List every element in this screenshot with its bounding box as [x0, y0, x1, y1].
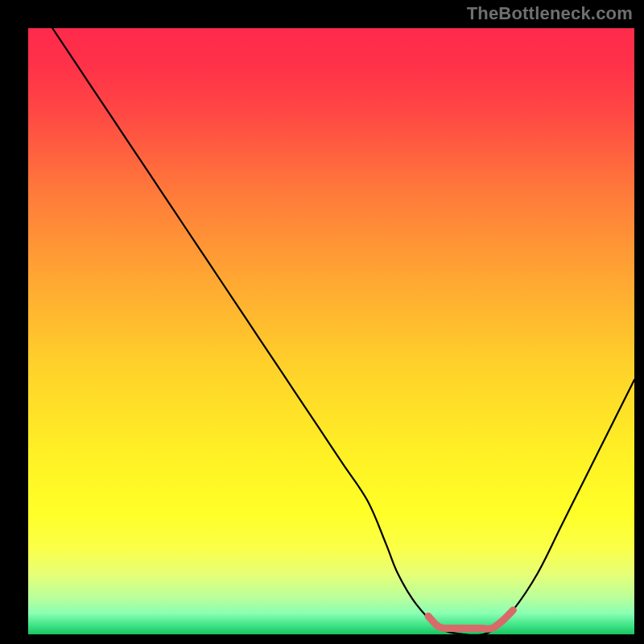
chart-frame: TheBottleneck.com	[0, 0, 644, 644]
gradient-background	[28, 28, 634, 634]
bottleneck-chart	[0, 0, 644, 644]
watermark-label: TheBottleneck.com	[467, 3, 633, 24]
